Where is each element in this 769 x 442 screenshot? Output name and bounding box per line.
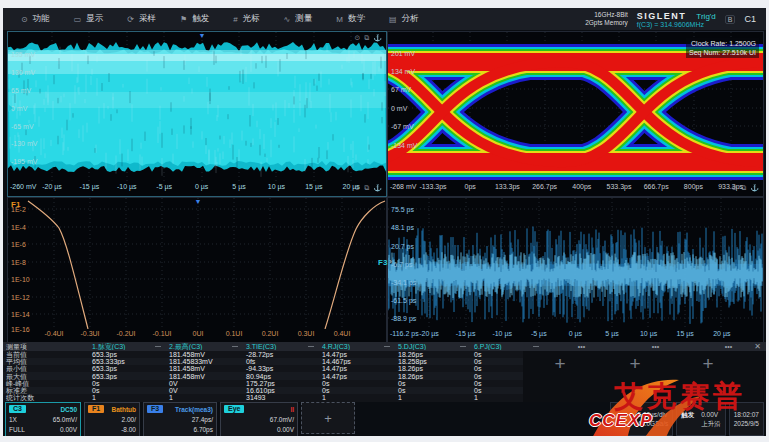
channel-scale: 67.0mV/ [270,416,294,423]
menu-item-功能[interactable]: ⊙功能 [9,8,62,30]
bandwidth-spec: 16GHz-8Bit [585,11,628,19]
bathtub-left-curve [28,201,88,329]
table-cell: 0s [471,387,544,394]
timebase-box[interactable]: 时基 5.00µs/div 0.00s 40.0GSa/s [610,402,674,436]
row-label: 统计次数 [3,394,89,401]
table-close-icon[interactable]: ✕ [754,342,761,351]
table-cell: 653.3ps [89,373,166,380]
channel-offset: 0.00V [277,426,294,433]
expand-icon[interactable]: ⧉ [741,184,746,192]
bath-x-label: -0.3UI [80,330,99,337]
table-header-cell[interactable]: 4.RJ(C3) [319,343,395,350]
menu-item-label: 功能 [33,13,50,25]
trigger-slope: 上升沿 [701,419,721,428]
brand-logo: SIGLENT [637,11,687,21]
expand-icon[interactable]: ⧉ [364,34,369,42]
channel-offset-marker[interactable] [8,104,13,112]
wave-x-label: -5 µs [156,183,172,190]
menu-item-数学[interactable]: M数学 [324,8,377,30]
waveform-bright-line [8,54,386,61]
waveform-mid-band [8,92,386,108]
wave-corner-label: -260 mV [10,183,36,190]
panel-icons-bottom: ⊙⧉⚓ [354,184,382,192]
table-header-cell[interactable]: 1.脉宽(C3) [89,343,166,350]
menu-item-采样[interactable]: ⟳采样 [115,8,168,30]
wave-x-label: 15 µs [305,183,322,190]
timebase-scale: 5.00µs/div [637,410,668,419]
table-cell: 175.27ps [243,380,319,387]
trigger-status: Trig'd [696,12,715,21]
channel-box-f3[interactable]: F3Track(mea3)27.4ps/6.70ps [143,402,217,436]
anchor-icon[interactable]: ⚓ [373,34,382,42]
add-channel-button[interactable]: + [301,402,355,434]
table-cell: 653.333ps [89,358,166,365]
trigger-position-marker[interactable]: ▼ [199,32,206,39]
table-cell: 14.467ps [319,358,395,365]
b-badge-icon[interactable]: B [725,15,736,24]
camera-icon[interactable]: ⊙ [354,184,360,192]
channel-c1-badge[interactable]: C1 [744,14,756,24]
menu-item-显示[interactable]: ▭显示 [62,8,116,30]
timebase-title: 时基 [615,410,631,419]
table-header-cell[interactable]: 5.DJ(C3) [395,343,471,350]
trigger-spacer [681,419,694,428]
menu-item-分析[interactable]: ▤分析 [377,8,431,30]
table-header-placeholder[interactable]: ••• [544,343,619,350]
table-cell: 14.47ps [319,351,395,358]
analysis-icon: ▤ [389,15,397,24]
channel-row: 27.4ps/ [147,414,213,424]
eye-x-label: 800ps [684,183,703,190]
trigger-box[interactable]: 触发 0.00V 上升沿 [676,402,726,436]
anchor-icon[interactable]: ⚓ [750,184,759,192]
table-row: 最大值653.3ps181.458mV80.94ps14.47ps18.26ps… [3,372,523,379]
camera-icon[interactable]: ⊙ [731,184,737,192]
tie-track-panel[interactable]: › 75.5 ps48.1 ps20.7 ps-6.7 ps-34.1 ps-6… [387,197,764,343]
waveform-panel[interactable]: ▼ ⊙⧉⚓ ⊙⧉⚓ 195 mV130 mV65 mV0 mV-65 mV-13… [7,31,387,197]
table-header-cell[interactable]: 3.TIE(C3) [243,343,319,350]
f1-tag: F1 [11,200,20,209]
panel-icons-bottom: ⊙⧉⚓ [731,184,759,192]
table-cell: 653.3ps [89,351,166,358]
channel-box-f1[interactable]: F1Bathtub2.00/-8.00 [84,402,140,436]
table-cell: 0s [89,380,166,387]
channel-box-c3[interactable]: C3DC501X65.0mV/FULL0.00V [5,402,81,436]
table-header-cell[interactable]: 测量项 [3,343,89,350]
add-measurement-button[interactable]: + [629,354,640,373]
table-header-cell[interactable]: 2.最高(C3) [166,343,243,350]
f3-tag: F3 [378,258,387,267]
reference-position-marker[interactable]: ▼ [195,198,202,205]
math-icon: M [336,15,343,24]
camera-icon[interactable]: ⊙ [354,34,360,42]
channel-row: 6.70ps [147,424,213,434]
table-row: 峰-峰值0s0V175.27ps0s0s0s [3,380,523,387]
table-row: 最小值653.3ps181.458mV-94.33ps14.47ps18.26p… [3,365,523,372]
anchor-icon[interactable]: ⚓ [373,184,382,192]
channel-box-eye[interactable]: EyeII67.0mV/0.00V [220,402,298,436]
channel-row: 67.0mV/ [224,414,294,424]
table-cell: 0s [471,380,544,387]
menu-item-光标[interactable]: #光标 [221,8,271,30]
date-display: 2025/9/5 [734,419,759,428]
channel-offset: 0.00V [60,426,77,433]
channel-title: Bathtub [111,406,136,413]
table-cell: 181.458mV [166,365,243,372]
add-measurement-button[interactable]: + [702,354,713,373]
eye-diagram-panel[interactable]: Clock Rate: 1.2500G Seq Num: 27.510k UI … [387,31,764,197]
channel-title: DC50 [60,406,77,413]
footer-info: 时基 5.00µs/div 0.00s 40.0GSa/s 触发 0.00V 上… [610,402,764,436]
bathtub-panel[interactable]: F1 ▼ 1E-21E-41E-61E-81E-101E-121E-141E-1… [7,197,387,343]
menu-item-触发[interactable]: ⚑触发 [168,8,221,30]
add-measurement-button[interactable]: + [554,354,565,373]
expand-icon[interactable]: ⧉ [364,184,369,192]
table-cell: 1 [319,394,395,401]
menu-item-测量[interactable]: ∿测量 [272,8,325,30]
table-cell: 0fs [243,358,319,365]
eye-x-label: 0ps [465,183,476,190]
table-header-cell[interactable]: 6.PJ(C3) [471,343,544,350]
menu-item-label: 测量 [295,13,312,25]
table-cell: 0V [166,380,243,387]
channel-box-header: C3DC50 [9,404,77,414]
channel-offset: 6.70ps [193,426,213,433]
trigger-level: 0.00V [701,410,721,419]
table-header-placeholder[interactable]: ••• [619,343,692,350]
